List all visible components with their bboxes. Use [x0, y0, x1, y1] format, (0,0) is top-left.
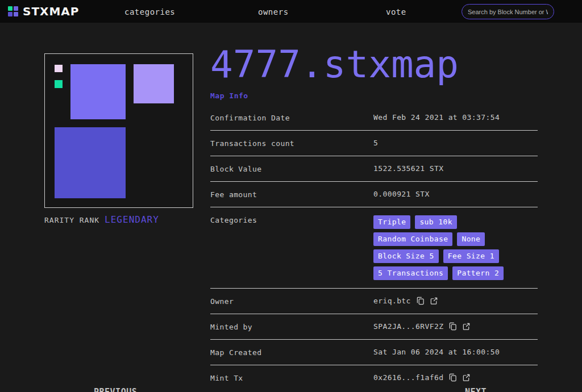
category-badge-sub-10k[interactable]: sub 10k	[415, 215, 457, 229]
row-label: Owner	[210, 297, 373, 306]
next-button[interactable]: NEXT	[465, 387, 487, 392]
brand-name: STXMAP	[23, 5, 80, 18]
table-row-categories: Categories Triple sub 10k Random Coinbas…	[210, 207, 538, 289]
mint-tx-hash: 0x2616...f1af6d	[373, 373, 443, 382]
row-value: eriq.btc	[373, 297, 538, 305]
row-value: 0.000921 STX	[373, 190, 538, 198]
row-value: 1522.535621 STX	[373, 164, 538, 173]
rarity-rank-line: RARITY RANK LEGENDARY	[44, 214, 193, 225]
copy-icon[interactable]	[448, 373, 457, 382]
search-input[interactable]	[462, 4, 554, 19]
row-label: Fee amount	[210, 190, 373, 199]
logo-square-purple-1	[14, 6, 18, 11]
map-square-light-purple	[134, 64, 174, 103]
table-row-transactions-count: Transactions count 5	[210, 131, 538, 156]
category-badges: Triple sub 10k Random Coinbase None Bloc…	[373, 215, 538, 280]
row-label: Block Value	[210, 164, 373, 173]
category-badge-random-coinbase[interactable]: Random Coinbase	[373, 232, 452, 246]
row-label: Map Created	[210, 348, 373, 357]
owner-address: eriq.btc	[373, 297, 411, 305]
row-label: Categories	[210, 215, 373, 224]
map-square-pink	[55, 65, 63, 72]
external-link-icon[interactable]	[430, 297, 438, 305]
category-badge-pattern-2[interactable]: Pattern 2	[452, 266, 504, 280]
table-row-map-created: Map Created Sat Jan 06 2024 at 16:00:50	[210, 340, 538, 365]
rarity-rank-label: RARITY RANK	[44, 216, 99, 224]
map-visualization-panel: RARITY RANK LEGENDARY	[44, 53, 193, 225]
brand-logo[interactable]: STXMAP	[8, 5, 80, 18]
table-row-owner: Owner eriq.btc	[210, 289, 538, 314]
top-navbar: STXMAP categories owners vote	[0, 0, 582, 23]
category-badge-none[interactable]: None	[457, 232, 485, 246]
map-details-panel: 4777.stxmap Map Info Confirmation Date W…	[210, 48, 538, 390]
table-row-confirmation-date: Confirmation Date Wed Feb 24 2021 at 03:…	[210, 105, 538, 131]
category-badge-5-transactions[interactable]: 5 Transactions	[373, 266, 448, 280]
logo-square-purple-2	[8, 12, 13, 16]
stxmap-page: STXMAP categories owners vote RARITY RAN…	[0, 0, 582, 392]
copy-icon[interactable]	[448, 322, 457, 331]
pagination-bar: PREVIOUS NEXT	[0, 387, 582, 392]
row-label: Minted by	[210, 322, 373, 331]
table-row-minted-by: Minted by SPA2JA...6RVF2Z	[210, 314, 538, 340]
row-label: Mint Tx	[210, 373, 373, 382]
rarity-rank-value: LEGENDARY	[105, 214, 159, 225]
external-link-icon[interactable]	[462, 322, 471, 331]
table-row-block-value: Block Value 1522.535621 STX	[210, 156, 538, 182]
map-square-medium-purple	[70, 64, 126, 119]
minter-address: SPA2JA...6RVF2Z	[373, 322, 443, 331]
copy-icon[interactable]	[416, 297, 425, 305]
row-label: Transactions count	[210, 139, 373, 148]
nav-item-owners[interactable]: owners	[258, 7, 289, 16]
row-value: Sat Jan 06 2024 at 16:00:50	[373, 348, 538, 356]
row-value: Wed Feb 24 2021 at 03:37:54	[373, 113, 538, 122]
row-value: SPA2JA...6RVF2Z	[373, 322, 538, 331]
row-label: Confirmation Date	[210, 113, 373, 122]
nav-item-vote[interactable]: vote	[386, 7, 406, 16]
logo-square-green	[8, 6, 13, 11]
stxmap-grid-icon	[8, 6, 18, 16]
row-value: 5	[373, 139, 538, 147]
nav-item-categories[interactable]: categories	[124, 7, 175, 16]
table-row-fee-amount: Fee amount 0.000921 STX	[210, 182, 538, 207]
row-value: 0x2616...f1af6d	[373, 373, 538, 382]
previous-button[interactable]: PREVIOUS	[94, 387, 137, 392]
map-square-large-purple	[55, 127, 126, 198]
category-badge-triple[interactable]: Triple	[373, 215, 410, 229]
external-link-icon[interactable]	[462, 373, 471, 382]
map-info-table: Confirmation Date Wed Feb 24 2021 at 03:…	[210, 105, 538, 390]
map-square-green	[55, 80, 63, 88]
map-info-section-label: Map Info	[210, 91, 538, 100]
category-badge-block-size-5[interactable]: Block Size 5	[373, 249, 439, 263]
map-image	[44, 53, 193, 208]
page-title: 4777.stxmap	[210, 48, 538, 82]
category-badge-fee-size-1[interactable]: Fee Size 1	[443, 249, 499, 263]
logo-square-purple-3	[14, 12, 18, 16]
